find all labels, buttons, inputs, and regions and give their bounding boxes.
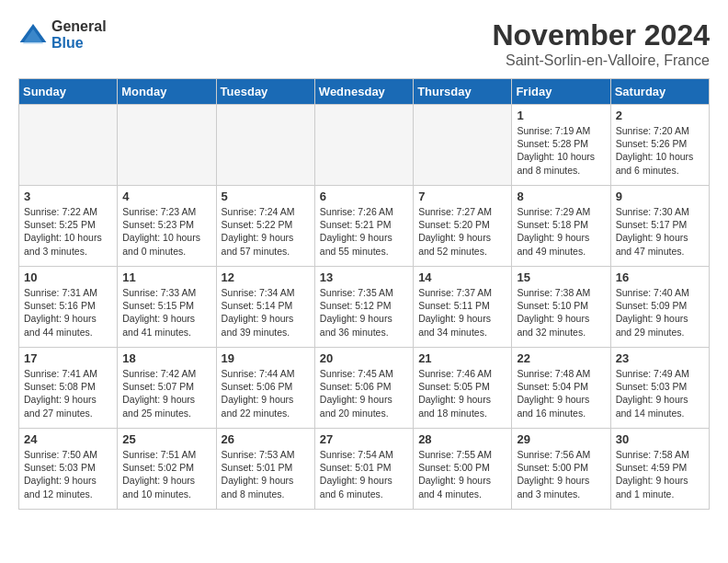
- calendar-cell: 4Sunrise: 7:23 AM Sunset: 5:23 PM Daylig…: [118, 186, 216, 267]
- day-info: Sunrise: 7:48 AM Sunset: 5:04 PM Dayligh…: [517, 367, 605, 419]
- calendar-cell: 20Sunrise: 7:45 AM Sunset: 5:06 PM Dayli…: [314, 348, 413, 429]
- weekday-header-monday: Monday: [118, 79, 216, 105]
- calendar-cell: 30Sunrise: 7:58 AM Sunset: 4:59 PM Dayli…: [610, 429, 709, 510]
- weekday-header-saturday: Saturday: [610, 79, 709, 105]
- day-info: Sunrise: 7:26 AM Sunset: 5:21 PM Dayligh…: [320, 205, 408, 258]
- day-number: 9: [616, 190, 704, 203]
- calendar-table: SundayMondayTuesdayWednesdayThursdayFrid…: [18, 78, 710, 510]
- day-number: 26: [222, 432, 310, 446]
- week-row-5: 24Sunrise: 7:50 AM Sunset: 5:03 PM Dayli…: [19, 429, 710, 510]
- calendar-cell: 24Sunrise: 7:50 AM Sunset: 5:03 PM Dayli…: [19, 429, 118, 510]
- day-number: 16: [616, 270, 704, 284]
- logo-icon: [18, 20, 48, 50]
- day-info: Sunrise: 7:24 AM Sunset: 5:22 PM Dayligh…: [222, 205, 310, 258]
- weekday-header-wednesday: Wednesday: [314, 79, 413, 105]
- day-info: Sunrise: 7:35 AM Sunset: 5:12 PM Dayligh…: [320, 286, 408, 339]
- calendar-cell: 26Sunrise: 7:53 AM Sunset: 5:01 PM Dayli…: [216, 429, 314, 510]
- day-info: Sunrise: 7:49 AM Sunset: 5:03 PM Dayligh…: [616, 367, 704, 419]
- day-info: Sunrise: 7:41 AM Sunset: 5:08 PM Dayligh…: [24, 367, 112, 419]
- day-number: 29: [517, 432, 605, 446]
- calendar-cell: [216, 105, 314, 186]
- title-area: November 2024 Saint-Sorlin-en-Valloire, …: [492, 18, 710, 69]
- calendar-cell: 17Sunrise: 7:41 AM Sunset: 5:08 PM Dayli…: [19, 348, 118, 429]
- calendar-cell: 2Sunrise: 7:20 AM Sunset: 5:26 PM Daylig…: [610, 105, 709, 186]
- day-info: Sunrise: 7:23 AM Sunset: 5:23 PM Dayligh…: [122, 205, 210, 258]
- day-info: Sunrise: 7:27 AM Sunset: 5:20 PM Dayligh…: [418, 205, 506, 258]
- calendar-cell: 21Sunrise: 7:46 AM Sunset: 5:05 PM Dayli…: [414, 348, 512, 429]
- day-number: 28: [418, 432, 506, 446]
- calendar-cell: 6Sunrise: 7:26 AM Sunset: 5:21 PM Daylig…: [314, 186, 413, 267]
- day-info: Sunrise: 7:34 AM Sunset: 5:14 PM Dayligh…: [222, 286, 310, 339]
- location-title: Saint-Sorlin-en-Valloire, France: [492, 52, 710, 69]
- logo-general-text: General: [51, 18, 107, 35]
- calendar-cell: 5Sunrise: 7:24 AM Sunset: 5:22 PM Daylig…: [216, 186, 314, 267]
- weekday-header-friday: Friday: [512, 79, 610, 105]
- day-info: Sunrise: 7:45 AM Sunset: 5:06 PM Dayligh…: [320, 367, 408, 419]
- day-number: 6: [320, 190, 408, 203]
- calendar-cell: 10Sunrise: 7:31 AM Sunset: 5:16 PM Dayli…: [19, 267, 118, 348]
- day-number: 4: [122, 190, 210, 203]
- weekday-header-thursday: Thursday: [414, 79, 512, 105]
- day-number: 7: [418, 190, 506, 203]
- calendar-cell: [118, 105, 216, 186]
- day-number: 23: [616, 351, 704, 365]
- day-info: Sunrise: 7:55 AM Sunset: 5:00 PM Dayligh…: [418, 448, 506, 500]
- calendar-cell: 27Sunrise: 7:54 AM Sunset: 5:01 PM Dayli…: [314, 429, 413, 510]
- calendar-cell: 11Sunrise: 7:33 AM Sunset: 5:15 PM Dayli…: [118, 267, 216, 348]
- day-info: Sunrise: 7:38 AM Sunset: 5:10 PM Dayligh…: [517, 286, 605, 339]
- day-number: 5: [222, 190, 310, 203]
- day-info: Sunrise: 7:50 AM Sunset: 5:03 PM Dayligh…: [24, 448, 112, 500]
- calendar-cell: 7Sunrise: 7:27 AM Sunset: 5:20 PM Daylig…: [414, 186, 512, 267]
- day-info: Sunrise: 7:29 AM Sunset: 5:18 PM Dayligh…: [517, 205, 605, 258]
- day-info: Sunrise: 7:51 AM Sunset: 5:02 PM Dayligh…: [122, 448, 210, 500]
- week-row-2: 3Sunrise: 7:22 AM Sunset: 5:25 PM Daylig…: [19, 186, 710, 267]
- day-info: Sunrise: 7:56 AM Sunset: 5:00 PM Dayligh…: [517, 448, 605, 500]
- day-info: Sunrise: 7:42 AM Sunset: 5:07 PM Dayligh…: [122, 367, 210, 419]
- calendar-cell: 8Sunrise: 7:29 AM Sunset: 5:18 PM Daylig…: [512, 186, 610, 267]
- day-number: 13: [320, 270, 408, 284]
- day-info: Sunrise: 7:37 AM Sunset: 5:11 PM Dayligh…: [418, 286, 506, 339]
- calendar-cell: 25Sunrise: 7:51 AM Sunset: 5:02 PM Dayli…: [118, 429, 216, 510]
- day-number: 8: [517, 190, 605, 203]
- day-number: 18: [122, 351, 210, 365]
- calendar-cell: [414, 105, 512, 186]
- calendar-cell: 16Sunrise: 7:40 AM Sunset: 5:09 PM Dayli…: [610, 267, 709, 348]
- logo: General Blue: [18, 18, 107, 51]
- day-info: Sunrise: 7:31 AM Sunset: 5:16 PM Dayligh…: [24, 286, 112, 339]
- day-info: Sunrise: 7:22 AM Sunset: 5:25 PM Dayligh…: [24, 205, 112, 258]
- calendar-cell: 19Sunrise: 7:44 AM Sunset: 5:06 PM Dayli…: [216, 348, 314, 429]
- day-info: Sunrise: 7:19 AM Sunset: 5:28 PM Dayligh…: [517, 124, 605, 177]
- day-number: 3: [24, 190, 112, 203]
- day-info: Sunrise: 7:46 AM Sunset: 5:05 PM Dayligh…: [418, 367, 506, 419]
- calendar-cell: 13Sunrise: 7:35 AM Sunset: 5:12 PM Dayli…: [314, 267, 413, 348]
- day-number: 20: [320, 351, 408, 365]
- calendar-cell: [19, 105, 118, 186]
- week-row-4: 17Sunrise: 7:41 AM Sunset: 5:08 PM Dayli…: [19, 348, 710, 429]
- calendar-cell: 12Sunrise: 7:34 AM Sunset: 5:14 PM Dayli…: [216, 267, 314, 348]
- day-number: 1: [517, 109, 605, 122]
- calendar-cell: 15Sunrise: 7:38 AM Sunset: 5:10 PM Dayli…: [512, 267, 610, 348]
- calendar-cell: 14Sunrise: 7:37 AM Sunset: 5:11 PM Dayli…: [414, 267, 512, 348]
- calendar-cell: 9Sunrise: 7:30 AM Sunset: 5:17 PM Daylig…: [610, 186, 709, 267]
- month-title: November 2024: [492, 18, 710, 52]
- day-info: Sunrise: 7:30 AM Sunset: 5:17 PM Dayligh…: [616, 205, 704, 258]
- day-info: Sunrise: 7:33 AM Sunset: 5:15 PM Dayligh…: [122, 286, 210, 339]
- day-number: 12: [222, 270, 310, 284]
- day-info: Sunrise: 7:53 AM Sunset: 5:01 PM Dayligh…: [222, 448, 310, 500]
- calendar-cell: 1Sunrise: 7:19 AM Sunset: 5:28 PM Daylig…: [512, 105, 610, 186]
- day-number: 21: [418, 351, 506, 365]
- weekday-header-tuesday: Tuesday: [216, 79, 314, 105]
- day-number: 22: [517, 351, 605, 365]
- logo-blue-text: Blue: [51, 35, 107, 52]
- day-number: 17: [24, 351, 112, 365]
- day-number: 27: [320, 432, 408, 446]
- page-header: General Blue November 2024 Saint-Sorlin-…: [18, 18, 710, 69]
- calendar-cell: 23Sunrise: 7:49 AM Sunset: 5:03 PM Dayli…: [610, 348, 709, 429]
- day-number: 2: [616, 109, 704, 122]
- calendar-cell: 18Sunrise: 7:42 AM Sunset: 5:07 PM Dayli…: [118, 348, 216, 429]
- day-info: Sunrise: 7:54 AM Sunset: 5:01 PM Dayligh…: [320, 448, 408, 500]
- day-number: 25: [122, 432, 210, 446]
- week-row-1: 1Sunrise: 7:19 AM Sunset: 5:28 PM Daylig…: [19, 105, 710, 186]
- day-number: 24: [24, 432, 112, 446]
- day-info: Sunrise: 7:20 AM Sunset: 5:26 PM Dayligh…: [616, 124, 704, 177]
